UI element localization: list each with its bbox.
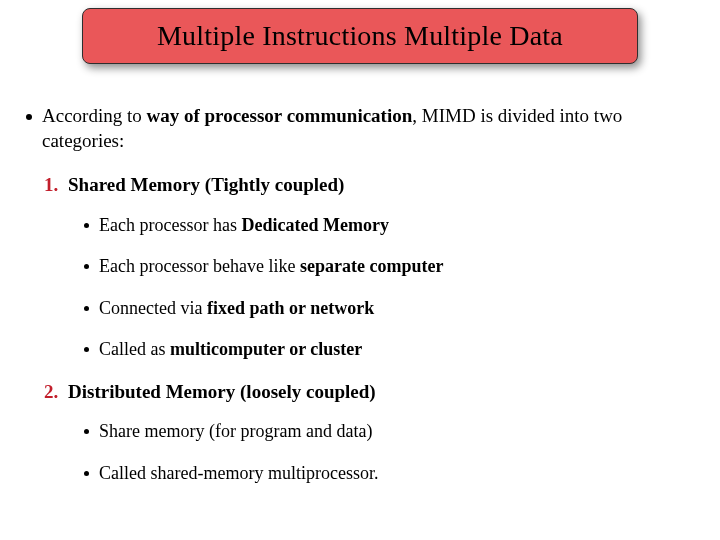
- bullet-icon: [84, 306, 89, 311]
- sub-pre: Connected via: [99, 298, 207, 318]
- numbered-item-1: 1. Shared Memory (Tightly coupled): [44, 173, 694, 198]
- sublist-2: Share memory (for program and data) Call…: [84, 420, 694, 485]
- intro-bullet: According to way of processor communicat…: [26, 104, 694, 153]
- intro-bold: way of processor communication: [146, 105, 412, 126]
- bullet-icon: [84, 429, 89, 434]
- sublist-1: Each processor has Dedicated Memory Each…: [84, 214, 694, 362]
- sub-text: Each processor has Dedicated Memory: [99, 214, 389, 237]
- slide-body: According to way of processor communicat…: [26, 104, 694, 485]
- numbered-label: Shared Memory (Tightly coupled): [68, 173, 344, 198]
- title-plate: Multiple Instructions Multiple Data: [82, 8, 638, 64]
- sub-bullet-row: Called as multicomputer or cluster: [84, 338, 694, 361]
- sub-bullet-row: Connected via fixed path or network: [84, 297, 694, 320]
- sub-pre: Each processor behave like: [99, 256, 300, 276]
- sub-pre: Called as: [99, 339, 170, 359]
- bullet-icon: [26, 114, 32, 120]
- sub-bullet-row: Each processor behave like separate comp…: [84, 255, 694, 278]
- sub-pre: Called shared-memory multiprocessor.: [99, 463, 378, 483]
- bullet-icon: [84, 223, 89, 228]
- sub-text: Connected via fixed path or network: [99, 297, 374, 320]
- sub-bullet-row: Share memory (for program and data): [84, 420, 694, 443]
- sub-bold: multicomputer or cluster: [170, 339, 362, 359]
- sub-bold: Dedicated Memory: [241, 215, 388, 235]
- numbered-item-2: 2. Distributed Memory (loosely coupled): [44, 380, 694, 405]
- sub-pre: Share memory (for program and data): [99, 421, 372, 441]
- sub-bold: fixed path or network: [207, 298, 374, 318]
- slide: Multiple Instructions Multiple Data Acco…: [0, 0, 720, 540]
- bullet-icon: [84, 347, 89, 352]
- bullet-icon: [84, 471, 89, 476]
- sub-text: Share memory (for program and data): [99, 420, 372, 443]
- sub-text: Called shared-memory multiprocessor.: [99, 462, 378, 485]
- sub-text: Each processor behave like separate comp…: [99, 255, 443, 278]
- sub-bullet-row: Each processor has Dedicated Memory: [84, 214, 694, 237]
- sub-pre: Each processor has: [99, 215, 241, 235]
- number-marker: 2.: [44, 380, 68, 405]
- sub-bullet-row: Called shared-memory multiprocessor.: [84, 462, 694, 485]
- number-marker: 1.: [44, 173, 68, 198]
- slide-title: Multiple Instructions Multiple Data: [157, 20, 563, 52]
- sub-bold: separate computer: [300, 256, 443, 276]
- sub-text: Called as multicomputer or cluster: [99, 338, 362, 361]
- numbered-label: Distributed Memory (loosely coupled): [68, 380, 376, 405]
- bullet-icon: [84, 264, 89, 269]
- intro-text: According to way of processor communicat…: [42, 104, 694, 153]
- intro-prefix: According to: [42, 105, 146, 126]
